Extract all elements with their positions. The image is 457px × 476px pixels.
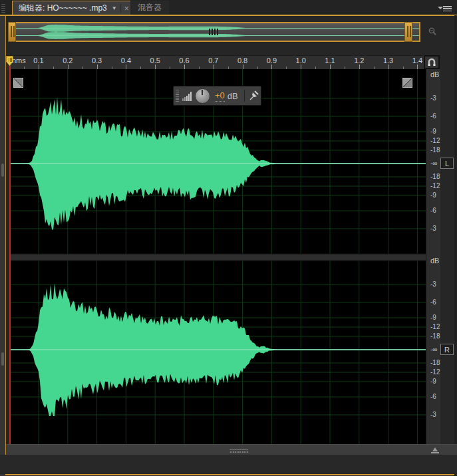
db-scale-label: -18 bbox=[430, 146, 450, 154]
level-meter-icon[interactable] bbox=[431, 447, 439, 453]
db-scale-title: dB bbox=[430, 257, 439, 265]
snap-magnet-button[interactable] bbox=[424, 55, 440, 69]
tab-close-icon[interactable]: × bbox=[124, 5, 129, 13]
gain-hud[interactable]: +0 dB bbox=[173, 86, 261, 106]
channel-left-label: L bbox=[445, 160, 449, 168]
panel-menu-icon[interactable] bbox=[443, 5, 455, 11]
panel-focus-border-left bbox=[5, 16, 6, 475]
db-scale-title: dB bbox=[430, 70, 439, 78]
ruler-tick-major bbox=[388, 64, 389, 69]
ruler-unit-label: hms bbox=[12, 57, 26, 64]
db-scale-label: -6 bbox=[430, 112, 450, 120]
db-scale-label: -18 bbox=[430, 332, 450, 340]
ruler-tick-major bbox=[243, 64, 243, 69]
db-scale-label: -12 bbox=[430, 137, 450, 144]
ruler-tick-major bbox=[271, 64, 272, 69]
hud-drag-grip[interactable] bbox=[176, 90, 179, 102]
pin-icon[interactable] bbox=[247, 90, 261, 102]
ruler-tick-major bbox=[214, 64, 214, 69]
db-scale-label: -6 bbox=[430, 298, 450, 306]
db-scale-label: -9 bbox=[430, 128, 450, 135]
ruler-tick-label: 0.4 bbox=[116, 57, 136, 64]
ruler-tick-major bbox=[184, 64, 185, 69]
ruler-tick-major bbox=[155, 64, 156, 69]
db-scale-label: -3 bbox=[430, 225, 450, 232]
ruler-tick-label: 0.1 bbox=[29, 57, 49, 64]
ruler-tick-label: 0.3 bbox=[87, 57, 107, 64]
gain-knob[interactable] bbox=[195, 88, 210, 104]
audition-editor-window: 编辑器: HO~~~~~~ .mp3 ▼ × 混音器 hms 0.10.20.3… bbox=[0, 0, 457, 476]
edge-grip[interactable] bbox=[1, 352, 4, 366]
ruler-tick-label: 0.6 bbox=[174, 57, 194, 64]
ruler-tick-major bbox=[126, 64, 126, 69]
ruler-tick-label: 1.0 bbox=[291, 57, 311, 64]
channel-badge-left[interactable]: L bbox=[440, 158, 454, 169]
overview-zoom-out-icon[interactable] bbox=[427, 27, 440, 40]
ruler-tick-label: 1.2 bbox=[349, 57, 369, 64]
ruler-tick-label: 0.8 bbox=[233, 57, 253, 64]
ruler-tick-major bbox=[39, 64, 39, 69]
tab-mixer-label: 混音器 bbox=[138, 2, 162, 13]
left-panel-edge bbox=[0, 16, 5, 476]
db-scale-label: -18 bbox=[430, 359, 450, 366]
db-scale-label: -3 bbox=[430, 94, 450, 102]
fade-out-handle[interactable] bbox=[402, 78, 412, 88]
ruler-tick-label: 1.3 bbox=[379, 57, 398, 64]
waveform-svg bbox=[9, 69, 426, 444]
tab-editor[interactable]: 编辑器: HO~~~~~~ .mp3 ▼ × bbox=[12, 1, 134, 15]
ruler-tick-label: 0.7 bbox=[204, 57, 224, 64]
window-right-edge bbox=[454, 15, 457, 476]
scrollbar-grip[interactable] bbox=[229, 448, 248, 453]
ruler-tick-label: 1.1 bbox=[320, 57, 340, 64]
transport-bar: 0:00.000 bbox=[0, 455, 457, 474]
waveform-display[interactable] bbox=[9, 69, 426, 444]
db-scale-label: -6 bbox=[430, 393, 450, 400]
db-scale-label: -12 bbox=[430, 323, 450, 330]
tab-dropdown-icon[interactable]: ▼ bbox=[112, 5, 117, 11]
ruler-tick-major bbox=[97, 64, 98, 69]
timeline-ruler[interactable]: hms 0.10.20.30.40.50.60.70.80.91.01.11.2… bbox=[6, 55, 426, 70]
ruler-tick-major bbox=[359, 64, 360, 69]
ruler-tick-label: 0.2 bbox=[58, 57, 78, 64]
ruler-tick-major bbox=[301, 64, 301, 69]
gain-unit: dB bbox=[228, 91, 238, 101]
fade-in-handle[interactable] bbox=[13, 78, 23, 88]
ruler-tick-label: 0.5 bbox=[145, 57, 165, 64]
edge-grip[interactable] bbox=[1, 164, 4, 177]
db-scale-label: -9 bbox=[430, 191, 450, 199]
panel-focus-border-bottom bbox=[0, 474, 457, 475]
panel-menu-caret bbox=[438, 7, 443, 9]
db-scale-label: -6 bbox=[430, 207, 450, 214]
db-scale-label: -9 bbox=[430, 314, 450, 321]
range-handle-left[interactable] bbox=[8, 22, 16, 42]
magnet-icon bbox=[425, 57, 438, 68]
db-scale-label: -3 bbox=[430, 411, 450, 418]
db-scale-label: -3 bbox=[430, 281, 450, 288]
panel-drag-grip[interactable] bbox=[1, 3, 5, 13]
range-handle-right[interactable] bbox=[404, 22, 412, 42]
gain-value[interactable]: +0 bbox=[215, 90, 225, 102]
db-scale-label: -9 bbox=[430, 378, 450, 385]
range-drag-grip[interactable] bbox=[209, 29, 222, 35]
panel-menu-lines bbox=[443, 5, 452, 11]
panel-focus-border-top bbox=[0, 15, 457, 16]
horizontal-scrollbar[interactable] bbox=[6, 444, 457, 455]
tab-bar: 编辑器: HO~~~~~~ .mp3 ▼ × 混音器 bbox=[0, 0, 457, 15]
ruler-tick-major bbox=[417, 64, 418, 69]
hud-separator bbox=[244, 90, 245, 102]
tab-separator bbox=[120, 4, 121, 13]
ruler-tick-major bbox=[330, 64, 331, 69]
ruler-tick-label: 0.9 bbox=[261, 57, 281, 64]
channel-badge-right[interactable]: R bbox=[440, 344, 454, 355]
db-scale-label: -12 bbox=[430, 368, 450, 376]
tab-mixer[interactable]: 混音器 bbox=[130, 1, 169, 15]
db-scale-label: -12 bbox=[430, 182, 450, 189]
ruler-tick-major bbox=[68, 64, 69, 69]
level-bars-icon bbox=[182, 91, 193, 101]
tab-editor-label: 编辑器: HO~~~~~~ .mp3 bbox=[19, 3, 107, 14]
channel-right-label: R bbox=[444, 346, 450, 354]
db-scale-label: -18 bbox=[430, 173, 450, 180]
playhead-line bbox=[9, 65, 11, 444]
